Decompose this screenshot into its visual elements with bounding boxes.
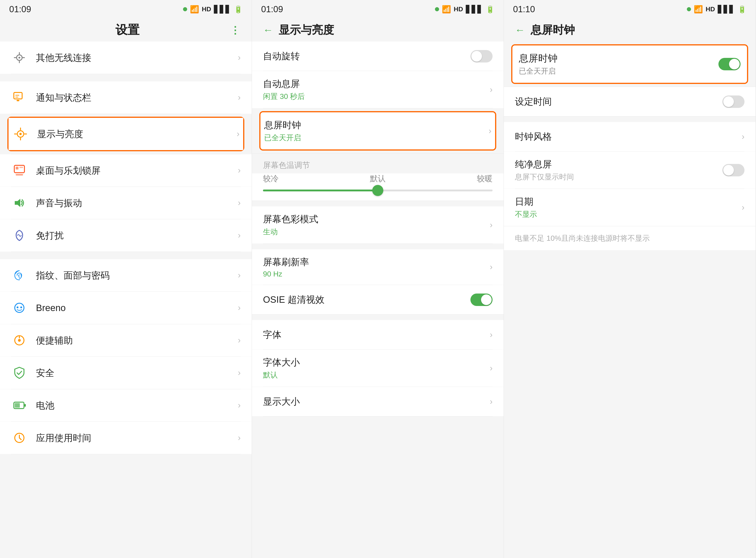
notification-chevron: › (238, 93, 241, 102)
divider-p2-2 (263, 108, 493, 108)
aod-main-item[interactable]: 息屏时钟 已全天开启 (512, 45, 747, 83)
aod-clock-item[interactable]: 息屏时钟 已全天开启 › (260, 112, 495, 149)
settings-item-breeno[interactable]: Breeno › (0, 292, 252, 324)
osie-toggle[interactable] (470, 294, 493, 306)
svg-point-1 (19, 57, 20, 58)
notification-text: 通知与状态栏 (36, 91, 238, 104)
color-temp-slider-container: 较冷 默认 较暖 (252, 173, 504, 201)
screentime-text: 应用使用时间 (36, 432, 238, 444)
screentime-chevron: › (238, 433, 241, 443)
gap-p2-2 (252, 244, 504, 249)
other-wifi-text: 其他无线连接 (36, 51, 238, 64)
clock-style-item[interactable]: 时钟风格 › (504, 122, 756, 151)
date-item[interactable]: 日期 不显示 › (504, 189, 756, 226)
desktop-label: 桌面与乐划锁屏 (36, 164, 238, 177)
status-dot-1 (183, 7, 187, 11)
slider-label-center: 默认 (370, 173, 386, 184)
auto-sleep-item[interactable]: 自动息屏 闲置 30 秒后 › (252, 71, 504, 108)
svg-point-11 (19, 133, 22, 135)
settings-item-security[interactable]: 安全 › (0, 357, 252, 389)
settings-item-display[interactable]: 显示与亮度 › (8, 118, 243, 150)
settings-item-battery[interactable]: 电池 › (0, 389, 252, 422)
font-item[interactable]: 字体 › (252, 320, 504, 349)
notification-icon (11, 89, 28, 106)
battery-chevron: › (238, 401, 241, 410)
slider-track[interactable] (263, 189, 493, 192)
set-time-item[interactable]: 设定时间 (504, 87, 756, 116)
aod-back-button[interactable]: ← (515, 24, 525, 36)
dnd-icon (11, 227, 28, 244)
svg-point-22 (17, 306, 19, 308)
settings-scroll[interactable]: 其他无线连接 › 通知与状态栏 › (0, 42, 252, 558)
settings-item-quick[interactable]: 便捷辅助 › (0, 324, 252, 356)
osie-item[interactable]: OSIE 超清视效 (252, 285, 504, 314)
font-size-label: 字体大小 (263, 356, 490, 369)
font-text: 字体 (263, 328, 490, 341)
svg-rect-19 (16, 174, 23, 175)
gap-p2-3 (252, 314, 504, 320)
gap-p2-1 (252, 201, 504, 206)
battery-icon (11, 397, 28, 414)
status-time-1: 01:09 (9, 4, 31, 14)
auto-rotate-item[interactable]: 自动旋转 (252, 42, 504, 71)
aod-clock-chevron: › (489, 126, 491, 136)
signal-label-3: HD (706, 5, 715, 13)
settings-more-icon[interactable]: ⋮ (230, 24, 241, 36)
color-temp-section-label: 屏幕色温调节 (252, 154, 504, 173)
signal-label-2: HD (454, 5, 463, 13)
display-scroll[interactable]: 自动旋转 自动息屏 闲置 30 秒后 › 息屏时钟 已全天开启 › (252, 42, 504, 558)
aod-main-sublabel: 已全天开启 (519, 66, 719, 76)
display-size-item[interactable]: 显示大小 › (252, 387, 504, 416)
battery-note-text: 电量不足 10%且尚未连接电源时将不显示 (515, 233, 745, 244)
set-time-text: 设定时间 (515, 95, 722, 108)
svg-marker-20 (15, 199, 20, 207)
settings-item-dnd[interactable]: 免打扰 › (0, 219, 252, 252)
gap-p3-1 (504, 117, 756, 122)
status-icons-1: 📶 HD ▋▋▋ 🔋 (183, 5, 242, 14)
settings-item-fingerprint[interactable]: 指纹、面部与密码 › (0, 259, 252, 291)
pure-aod-text: 纯净息屏 息屏下仅显示时间 (515, 158, 722, 182)
settings-item-notification[interactable]: 通知与状态栏 › (0, 81, 252, 114)
pure-aod-toggle[interactable] (722, 164, 745, 176)
auto-rotate-text: 自动旋转 (263, 50, 470, 62)
signal-label-1: HD (202, 5, 211, 13)
svg-rect-6 (14, 93, 22, 99)
breeno-icon (11, 300, 28, 316)
aod-scroll[interactable]: 息屏时钟 已全天开启 设定时间 时钟风格 › (504, 42, 756, 558)
status-icons-2: 📶 HD ▋▋▋ 🔋 (435, 5, 494, 14)
pure-aod-item[interactable]: 纯净息屏 息屏下仅显示时间 (504, 151, 756, 188)
dnd-text: 免打扰 (36, 229, 238, 242)
font-size-item[interactable]: 字体大小 默认 › (252, 350, 504, 387)
display-size-chevron: › (490, 397, 493, 407)
display-header: ← 显示与亮度 (252, 19, 504, 42)
settings-item-screentime[interactable]: 应用使用时间 › (0, 422, 252, 454)
aod-main-toggle[interactable] (719, 58, 740, 70)
fingerprint-text: 指纹、面部与密码 (36, 269, 238, 282)
color-mode-sublabel: 生动 (263, 227, 490, 237)
quick-text: 便捷辅助 (36, 334, 238, 347)
slider-thumb[interactable] (372, 185, 383, 196)
panel-display: 01:09 📶 HD ▋▋▋ 🔋 ← 显示与亮度 自动旋转 自动息屏 (252, 0, 504, 558)
display-back-button[interactable]: ← (263, 24, 273, 36)
font-size-text: 字体大小 默认 (263, 356, 490, 380)
signal-bars-3: ▋▋▋ (718, 5, 735, 14)
clock-style-label: 时钟风格 (515, 130, 742, 143)
dnd-label: 免打扰 (36, 229, 238, 242)
color-mode-item[interactable]: 屏幕色彩模式 生动 › (252, 206, 504, 244)
font-size-sublabel: 默认 (263, 370, 490, 380)
svg-line-31 (19, 438, 21, 440)
settings-item-other-wifi[interactable]: 其他无线连接 › (0, 42, 252, 74)
settings-header: 设置 ⋮ (0, 19, 252, 42)
fingerprint-label: 指纹、面部与密码 (36, 269, 238, 282)
battery-icon-2: 🔋 (486, 5, 494, 14)
other-wifi-icon (11, 49, 28, 66)
refresh-rate-item[interactable]: 屏幕刷新率 90 Hz › (252, 249, 504, 285)
battery-icon-1: 🔋 (234, 5, 242, 14)
fingerprint-chevron: › (238, 271, 241, 280)
settings-item-desktop[interactable]: 桌面与乐划锁屏 › (0, 154, 252, 186)
set-time-label: 设定时间 (515, 95, 722, 108)
auto-rotate-toggle[interactable] (470, 50, 493, 62)
set-time-toggle[interactable] (722, 96, 745, 108)
svg-point-21 (15, 303, 24, 312)
settings-item-sound[interactable]: 声音与振动 › (0, 187, 252, 219)
